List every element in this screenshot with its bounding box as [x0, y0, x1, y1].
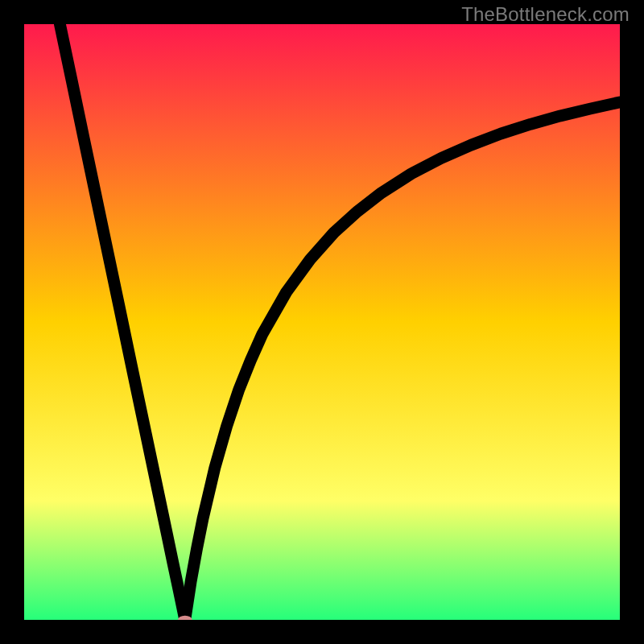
- chart-frame: TheBottleneck.com: [0, 0, 644, 644]
- gradient-background: [24, 24, 620, 620]
- plot-area: [24, 24, 620, 620]
- watermark-text: TheBottleneck.com: [461, 3, 630, 26]
- plot-svg: [24, 24, 620, 620]
